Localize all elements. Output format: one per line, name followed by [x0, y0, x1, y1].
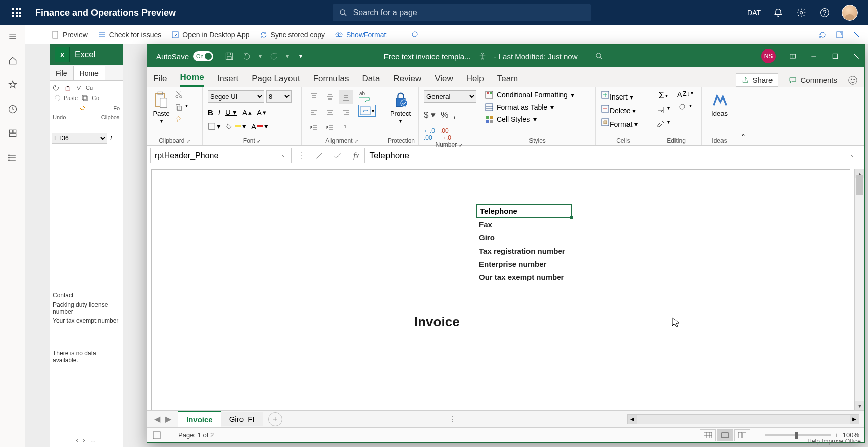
tab-data[interactable]: Data: [362, 74, 380, 87]
tab-help[interactable]: Help: [466, 74, 484, 87]
insert-cells-button[interactable]: Insert ▾: [601, 90, 638, 101]
font-size-select[interactable]: 8: [266, 90, 292, 103]
autosave-switch[interactable]: On: [193, 51, 213, 61]
tab-page-layout[interactable]: Page Layout: [252, 74, 300, 87]
align-left-button[interactable]: [307, 106, 321, 119]
recent-icon[interactable]: [7, 103, 19, 115]
font-name-select[interactable]: Segoe UI: [208, 90, 264, 103]
tab-insert[interactable]: Insert: [217, 74, 239, 87]
shrink-font-button[interactable]: A▾: [257, 108, 266, 117]
vertical-scrollbar[interactable]: ▲ ▼: [854, 169, 864, 410]
company-code[interactable]: DAT: [747, 9, 761, 17]
mini-name-box[interactable]: ET36: [52, 133, 107, 144]
ideas-button[interactable]: Ideas: [710, 90, 729, 117]
align-middle-button[interactable]: [323, 90, 337, 104]
cancel-formula-icon[interactable]: [315, 151, 324, 160]
notifications-icon[interactable]: [772, 7, 784, 19]
open-desktop-button[interactable]: Open in Desktop App: [171, 31, 249, 39]
decrease-decimal-button[interactable]: .00→.0: [440, 127, 451, 141]
global-search[interactable]: Search for a page: [333, 4, 591, 21]
format-cells-button[interactable]: Format ▾: [601, 118, 638, 128]
hamburger-icon[interactable]: [7, 30, 19, 42]
conditional-formatting-button[interactable]: Conditional Formatting ▾: [485, 90, 574, 100]
sheet-tab-giro[interactable]: Giro_FI: [221, 412, 263, 426]
comments-button[interactable]: Comments: [788, 76, 837, 85]
align-right-button[interactable]: [339, 106, 353, 119]
tab-team[interactable]: Team: [497, 74, 518, 87]
accessibility-icon[interactable]: [478, 52, 487, 61]
align-top-button[interactable]: [307, 90, 321, 104]
worksheet-area[interactable]: Telephone Fax Giro Tax registration numb…: [147, 165, 864, 410]
mini-bottom-nav[interactable]: ‹›…: [50, 433, 123, 447]
add-sheet-button[interactable]: +: [268, 412, 282, 426]
emoji-icon[interactable]: [847, 75, 858, 86]
page-break-view-button[interactable]: [734, 429, 750, 441]
number-format-select[interactable]: General: [424, 90, 476, 103]
help-icon[interactable]: [818, 7, 831, 19]
accept-formula-icon[interactable]: [333, 151, 342, 160]
collapse-ribbon-icon[interactable]: ˄: [737, 87, 749, 145]
format-as-table-button[interactable]: Format as Table ▾: [485, 103, 574, 112]
accounting-button[interactable]: $ ▾: [424, 110, 436, 120]
cell-giro[interactable]: Giro: [479, 233, 495, 242]
cut-icon[interactable]: [174, 90, 183, 100]
orientation-button[interactable]: [339, 121, 353, 134]
protect-button[interactable]: Protect▾: [390, 90, 411, 124]
autosave-toggle[interactable]: AutoSave On: [156, 51, 213, 61]
popout-icon[interactable]: [836, 31, 844, 39]
name-box[interactable]: rptHeader_Phone: [150, 148, 292, 163]
mini-paste[interactable]: Paste: [64, 95, 78, 101]
cell-fax[interactable]: Fax: [479, 220, 492, 229]
invoice-title[interactable]: Invoice: [414, 314, 460, 330]
format-painter-icon[interactable]: [174, 115, 183, 124]
font-color-button[interactable]: A▾: [251, 122, 268, 131]
tab-file[interactable]: File: [153, 74, 167, 87]
bold-button[interactable]: B: [208, 108, 213, 117]
ribbon-display-icon[interactable]: [789, 52, 797, 60]
horizontal-scrollbar[interactable]: ◀▶: [627, 414, 859, 424]
title-search-icon[interactable]: [595, 52, 604, 61]
tab-home[interactable]: Home: [180, 72, 204, 87]
cell-tax-registration[interactable]: Tax registration number: [479, 246, 565, 255]
merge-button[interactable]: ▾: [358, 105, 376, 117]
comma-button[interactable]: ,: [453, 110, 456, 120]
align-center-button[interactable]: [323, 106, 337, 119]
redo-icon[interactable]: [269, 51, 279, 61]
increase-decimal-button[interactable]: ←.0.00: [424, 127, 435, 141]
cell-styles-button[interactable]: Cell Styles ▾: [485, 115, 574, 124]
user-badge[interactable]: NS: [761, 49, 776, 63]
paste-button[interactable]: Paste▾: [152, 90, 170, 124]
check-issues-button[interactable]: Check for issues: [98, 31, 161, 39]
cell-enterprise-number[interactable]: Enterprise number: [479, 260, 546, 268]
search-icon[interactable]: [411, 31, 419, 39]
mini-home-tab[interactable]: Home: [73, 66, 105, 80]
fill-color-button[interactable]: ▾: [226, 122, 246, 131]
underline-button[interactable]: U ▾: [225, 108, 237, 117]
close-panel-icon[interactable]: [853, 31, 861, 39]
minimize-icon[interactable]: [810, 52, 818, 60]
tab-formulas[interactable]: Formulas: [313, 74, 349, 87]
align-bottom-button[interactable]: [339, 90, 353, 104]
zoom-out-button[interactable]: −: [757, 431, 761, 439]
preview-button[interactable]: Preview: [52, 31, 88, 39]
close-icon[interactable]: [852, 52, 860, 60]
show-format-button[interactable]: ShowFormat: [335, 31, 386, 39]
modules-icon[interactable]: [7, 152, 19, 164]
share-button[interactable]: Share: [736, 73, 778, 87]
cell-telephone[interactable]: Telephone: [476, 204, 572, 218]
normal-view-button[interactable]: [700, 429, 716, 441]
sync-button[interactable]: Sync stored copy: [260, 31, 325, 39]
italic-button[interactable]: I: [218, 108, 220, 117]
increase-indent-button[interactable]: [323, 121, 337, 134]
page-layout-icon[interactable]: [152, 431, 161, 440]
sheet-tab-menu-icon[interactable]: ⋮: [448, 414, 461, 424]
user-avatar[interactable]: [842, 5, 858, 21]
workspace-icon[interactable]: [7, 127, 19, 139]
decrease-indent-button[interactable]: [307, 121, 321, 134]
save-icon[interactable]: [224, 51, 234, 61]
wrap-text-button[interactable]: ab: [358, 90, 376, 102]
settings-gear-icon[interactable]: [795, 7, 807, 19]
page-layout-view-button[interactable]: [717, 429, 733, 441]
tab-view[interactable]: View: [435, 74, 453, 87]
star-icon[interactable]: [7, 79, 19, 91]
